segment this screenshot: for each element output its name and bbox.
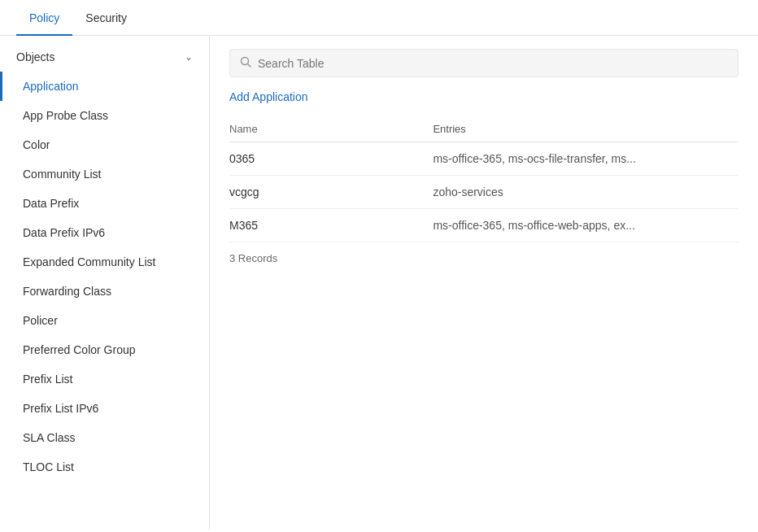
sidebar-item-policer[interactable]: Policer (0, 306, 209, 335)
sidebar-item-color[interactable]: Color (0, 130, 209, 159)
cell-entries: ms-office-365, ms-ocs-file-transfer, ms.… (433, 142, 738, 176)
records-count: 3 Records (229, 252, 738, 264)
search-icon (240, 56, 251, 70)
sidebar-item-preferred-color-group[interactable]: Preferred Color Group (0, 335, 209, 364)
tab-security[interactable]: Security (72, 0, 140, 36)
objects-label: Objects (16, 50, 54, 63)
top-tabs: Policy Security (0, 0, 758, 36)
cell-name: 0365 (229, 142, 433, 176)
sidebar-item-data-prefix[interactable]: Data Prefix (0, 189, 209, 218)
sidebar-item-application[interactable]: Application (0, 72, 209, 101)
add-application-button[interactable]: Add Application (229, 90, 308, 103)
sidebar-item-expanded-community-list[interactable]: Expanded Community List (0, 247, 209, 277)
sidebar: Objects ⌄ Application App Probe Class Co… (0, 36, 210, 530)
table-row[interactable]: 0365ms-office-365, ms-ocs-file-transfer,… (229, 142, 738, 176)
search-bar (229, 49, 738, 77)
sidebar-item-prefix-list[interactable]: Prefix List (0, 364, 209, 394)
main-content: Add Application Name Entries 0365ms-offi… (210, 36, 758, 530)
application-table: Name Entries 0365ms-office-365, ms-ocs-f… (229, 116, 738, 242)
sidebar-item-sla-class[interactable]: SLA Class (0, 423, 209, 452)
sidebar-item-tloc-list[interactable]: TLOC List (0, 452, 209, 482)
cell-name: M365 (229, 209, 433, 242)
cell-entries: zoho-services (433, 176, 738, 209)
main-layout: Objects ⌄ Application App Probe Class Co… (0, 36, 758, 530)
tab-policy[interactable]: Policy (16, 0, 72, 36)
svg-line-1 (248, 64, 251, 68)
sidebar-item-app-probe-class[interactable]: App Probe Class (0, 101, 209, 130)
table-row[interactable]: M365ms-office-365, ms-office-web-apps, e… (229, 209, 738, 242)
cell-name: vcgcg (229, 176, 433, 209)
chevron-down-icon: ⌄ (185, 51, 193, 63)
sidebar-item-data-prefix-ipv6[interactable]: Data Prefix IPv6 (0, 218, 209, 247)
search-input[interactable] (258, 57, 728, 70)
sidebar-item-community-list[interactable]: Community List (0, 159, 209, 189)
column-header-name: Name (229, 116, 433, 142)
objects-header[interactable]: Objects ⌄ (0, 42, 209, 72)
table-row[interactable]: vcgcgzoho-services (229, 176, 738, 209)
column-header-entries: Entries (433, 116, 738, 142)
sidebar-item-prefix-list-ipv6[interactable]: Prefix List IPv6 (0, 394, 209, 423)
sidebar-item-forwarding-class[interactable]: Forwarding Class (0, 277, 209, 306)
cell-entries: ms-office-365, ms-office-web-apps, ex... (433, 209, 738, 242)
